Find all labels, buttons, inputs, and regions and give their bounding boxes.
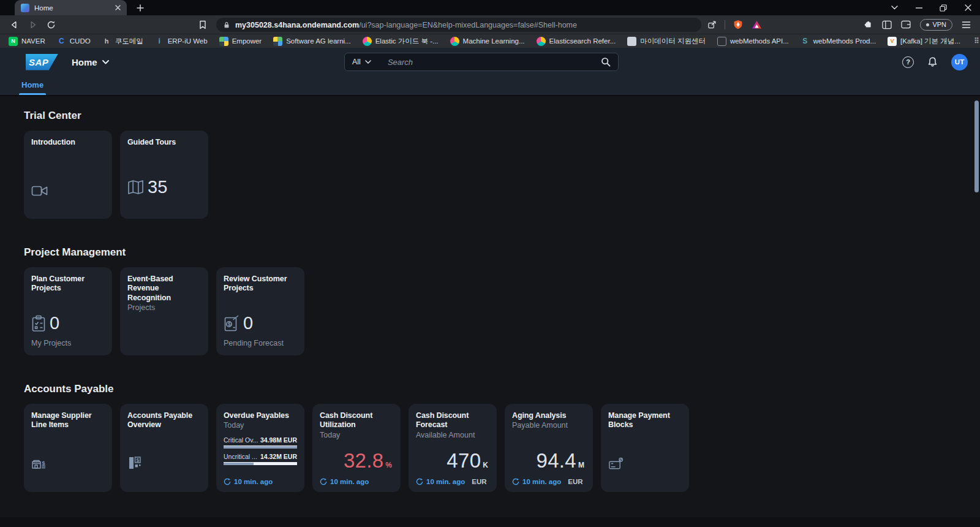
tile-manage-payment-blocks[interactable]: Manage Payment Blocks (601, 404, 689, 492)
tile-refresh-footer: 10 min. ago EUR (512, 478, 586, 485)
bookmark-label: webMethods API... (730, 37, 789, 45)
scrollbar-thumb[interactable] (974, 100, 979, 192)
tile-guided-tours[interactable]: Guided Tours 35 (120, 131, 208, 219)
tile-cash-discount-forecast[interactable]: Cash Discount Forecast Available Amount … (409, 404, 497, 492)
chevron-down-icon (365, 60, 371, 64)
bookmark-label: 마이데이터 지원센터 (640, 37, 706, 46)
reload-icon[interactable] (43, 17, 59, 32)
user-avatar[interactable]: UT (951, 54, 968, 70)
bookmark-item[interactable]: Elastic 가이드 북 -... (363, 37, 439, 46)
help-icon[interactable]: ? (902, 56, 914, 68)
menu-hamburger-icon[interactable] (962, 21, 971, 29)
close-window-icon[interactable] (956, 0, 980, 15)
video-camera-icon (31, 184, 48, 197)
bookmark-favicon: V (888, 37, 897, 46)
kpi-value: 470 K (416, 449, 489, 472)
vpn-badge[interactable]: VPN (920, 19, 952, 31)
tile-title: Aging Analysis (512, 411, 586, 420)
search-scope-select[interactable]: All (352, 58, 371, 66)
refreshed-ago: 10 min. ago (522, 478, 561, 485)
new-tab-button[interactable] (132, 0, 148, 15)
bookmark-item[interactable]: C CUDO (57, 37, 91, 46)
notifications-bell-icon[interactable] (927, 56, 938, 67)
back-icon[interactable] (6, 17, 22, 32)
tile-review-customer-projects[interactable]: Review Customer Projects $ 0 Pending For… (216, 267, 304, 355)
vpn-dot-icon (926, 23, 929, 26)
search-input[interactable]: Search (388, 58, 601, 67)
bookmark-item[interactable]: Empower (219, 37, 262, 46)
search-scope-value: All (352, 58, 361, 66)
bookmark-item[interactable]: V [Kafka] 기본 개념... (888, 37, 960, 46)
bookmarks-bar: N NAVER C CUDO h 쿠도메일 i ERP-iU Web Empow… (0, 34, 980, 48)
tile-count: 35 (148, 177, 167, 197)
kpi-number: 32.8 (344, 449, 383, 472)
bookmark-label: Elasticsearch Refer... (549, 37, 616, 45)
sidebar-icon[interactable] (882, 20, 892, 29)
bookmark-icon[interactable] (195, 17, 211, 32)
payment-block-icon (608, 457, 624, 471)
bookmark-item[interactable]: 마이데이터 지원센터 (627, 37, 706, 46)
extensions-puzzle-icon[interactable] (863, 20, 873, 29)
tile-row: Manage Supplier Line Items $ Accounts Pa… (24, 404, 956, 492)
bookmark-label: ERP-iU Web (168, 37, 208, 45)
refresh-icon (320, 478, 327, 485)
share-icon[interactable] (704, 17, 720, 32)
bookmark-item[interactable]: Machine Learning... (450, 37, 525, 46)
tile-title: Plan Customer Projects (31, 275, 105, 294)
tab-close-icon[interactable] (113, 3, 123, 13)
tile-row: Introduction Guided Tours 35 (24, 131, 956, 219)
nav-tab-home[interactable]: Home (19, 80, 46, 95)
tile-info-label: My Projects (31, 339, 105, 347)
tile-subtitle: Today (320, 431, 393, 441)
wallet-icon[interactable] (901, 20, 911, 29)
bookmark-label: Software AG learni... (286, 37, 350, 45)
tile-accounts-payable-overview[interactable]: Accounts Payable Overview $ (120, 404, 208, 492)
clipboard-list-icon (31, 315, 46, 332)
tile-subtitle: Projects (127, 303, 201, 313)
refresh-icon (224, 478, 231, 485)
url-bar[interactable]: my305028.s4hana.ondemand.com/ui?sap-lang… (216, 18, 701, 32)
tab-search-chevron-icon[interactable] (882, 0, 907, 15)
tile-aging-analysis[interactable]: Aging Analysis Payable Amount 94.4 M 10 … (505, 404, 593, 492)
browser-tab[interactable]: Home (15, 0, 127, 15)
bookmark-label: Empower (232, 37, 262, 45)
shell-search-bar[interactable]: All Search (344, 53, 619, 71)
bookmark-item[interactable]: h 쿠도메일 (102, 37, 143, 46)
tile-title: Review Customer Projects (224, 275, 297, 294)
tile-subtitle: Today (224, 421, 297, 431)
bookmark-item[interactable]: Software AG learni... (273, 37, 350, 46)
tile-manage-supplier-line-items[interactable]: Manage Supplier Line Items $ (24, 404, 112, 492)
url-text: my305028.s4hana.ondemand.com/ui?sap-lang… (235, 19, 577, 30)
brave-shield-icon[interactable] (730, 17, 746, 32)
tile-title: Manage Supplier Line Items (31, 411, 105, 430)
kpi-unit: % (385, 461, 392, 469)
bookmark-item[interactable]: i ERP-iU Web (155, 37, 208, 46)
restore-icon[interactable] (931, 0, 956, 15)
bookmark-favicon: ⠿ (972, 37, 980, 46)
bookmark-item[interactable]: N NAVER (9, 37, 45, 46)
tile-count: 0 (243, 313, 253, 333)
shell-title-text: Home (72, 57, 97, 67)
tile-count: 0 (50, 313, 59, 333)
search-icon[interactable] (601, 57, 611, 67)
tile-overdue-payables[interactable]: Overdue Payables Today Critical Ov... 34… (216, 404, 304, 492)
bookmark-item[interactable]: Elasticsearch Refer... (537, 37, 616, 46)
sap-logo[interactable]: SAP (26, 54, 58, 70)
tile-event-based-revenue-recognition[interactable]: Event-Based Revenue Recognition Projects (120, 267, 208, 355)
bookmark-label: CUDO (70, 37, 91, 45)
bookmark-item[interactable]: webMethods API... (717, 37, 789, 46)
brave-rewards-icon[interactable] (748, 17, 764, 32)
tile-cash-discount-utilization[interactable]: Cash Discount Utilization Today 32.8 % 1… (312, 404, 401, 492)
shell-title-menu[interactable]: Home (72, 57, 109, 67)
bookmark-item[interactable]: S webMethods Prod... (801, 37, 876, 46)
section-heading: Project Management (24, 246, 956, 259)
tile-introduction[interactable]: Introduction (24, 131, 112, 219)
bookmark-item[interactable]: ⠿ kafka cluster 구성 (972, 37, 980, 46)
forward-icon[interactable] (24, 17, 40, 32)
section-heading: Accounts Payable (24, 383, 956, 395)
url-path: /ui?sap-language=EN&help-mixedLanguages=… (359, 21, 577, 29)
tile-row: Plan Customer Projects 0 My Projects Eve… (24, 267, 956, 355)
tile-title: Manage Payment Blocks (608, 411, 682, 430)
tile-plan-customer-projects[interactable]: Plan Customer Projects 0 My Projects (24, 267, 112, 355)
minimize-icon[interactable] (907, 0, 931, 15)
